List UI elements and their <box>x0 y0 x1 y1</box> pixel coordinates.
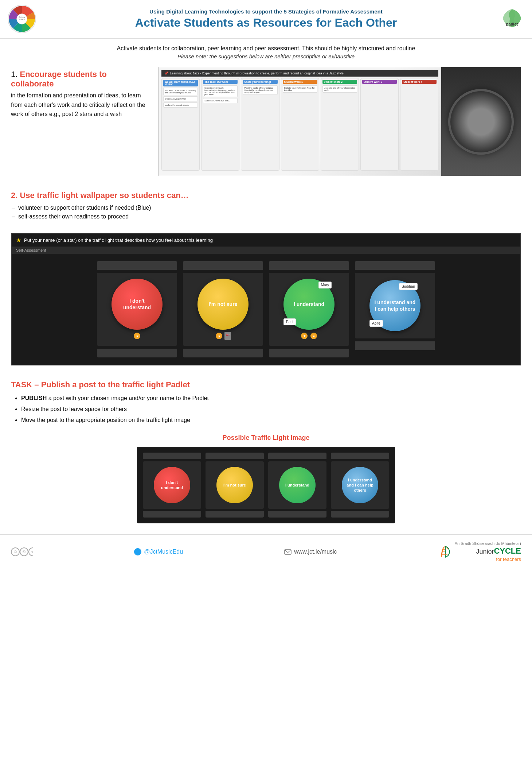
tl-top-tab-green <box>269 261 349 270</box>
jct-junior: Junior <box>476 548 494 555</box>
small-tl-circle-red: I don't understand <box>154 467 190 503</box>
svg-text:nc: nc <box>31 550 33 554</box>
tl-bottom-tab-red <box>97 349 177 357</box>
padlet-card: Listen to one of your classmates work <box>322 85 357 93</box>
section1-highlight: Encourage students to collaborate <box>11 70 107 88</box>
tl-badges-green: ★ ★ <box>300 332 318 340</box>
task-bullet-3: Move the post to the appropriate positio… <box>21 416 521 425</box>
intro-note-text: Please note: the suggestions below are n… <box>11 53 521 59</box>
section2-bullets: volunteer to support other students if n… <box>11 205 521 220</box>
padlet-card: WE ARE LEARNING TO identify and understa… <box>163 88 198 95</box>
padlet-topbar: 📌 Learning about Jazz - Experimenting th… <box>161 70 438 77</box>
tl-note-mary: Mary <box>318 282 332 288</box>
task-bullet-1: PUBLISH a post with your chosen image an… <box>21 394 521 403</box>
section1-number-text: 1. <box>11 70 20 79</box>
small-tl-col-green: I understand <box>268 453 326 518</box>
page-wrapper: Activate Students Using Digital Learning… <box>0 0 532 569</box>
possible-heading: Possible Traffic Light Image <box>222 434 309 442</box>
tl-badges-red: ★ <box>133 332 141 340</box>
traffic-col-blue: Siobhán I understand and I can help othe… <box>355 261 435 357</box>
padlet-card: Success Criteria We can... <box>203 98 238 103</box>
traffic-widget: ★ Put your name (or a star) on the traff… <box>11 233 521 365</box>
padlet-card: explore the use of chords <box>163 102 198 108</box>
small-tl-bottom-green <box>268 511 326 518</box>
star-badge: ★ <box>134 333 140 339</box>
padlet-col1-header: We will learn about JAZZ MUSIC <box>163 80 198 86</box>
small-tl-col-blue: I understand and I can help others <box>331 453 389 518</box>
small-tl-box-red: I don't understand <box>143 461 201 509</box>
task-bullets: PUBLISH a post with your chosen image an… <box>11 394 521 425</box>
traffic-col-yellow: I'm not sure ★ 🚗 <box>183 261 263 357</box>
tl-top-tab-blue <box>355 261 435 270</box>
tl-note-paul: Paul <box>283 318 296 325</box>
svg-text:©: © <box>23 550 26 554</box>
possible-section: Possible Traffic Light Image I don't und… <box>0 430 532 534</box>
small-tl-col-yellow: I'm not sure <box>206 453 264 518</box>
traffic-widget-subheader: Self-Assessment <box>12 247 520 254</box>
tl-note-aoife: Aoife <box>369 320 383 327</box>
small-tl-top-blue <box>331 453 389 459</box>
small-tl-circle-blue: I understand and I can help others <box>342 467 378 503</box>
jct-text-block: An Sraith Shóisearach do Mhúinteoirí Jun… <box>455 541 521 563</box>
cc-icon: © © nc <box>11 547 33 556</box>
svg-text:Students: Students <box>19 19 26 20</box>
svg-text:©: © <box>14 550 17 554</box>
padlet-card: Include your Reflection Note for this id… <box>283 85 317 93</box>
section1-number: 1. Encourage students to collaborate <box>11 70 149 89</box>
tl-bottom-tab-yellow <box>183 349 263 357</box>
tl-box-green: Mary I understand Paul ★ ★ <box>269 273 349 346</box>
small-tl-box-green: I understand <box>268 461 326 509</box>
footer-jct: An Sraith Shóisearach do Mhúinteoirí Jun… <box>438 541 521 563</box>
star-badge: ★ <box>310 333 317 339</box>
footer: © © nc @JctMusicEdu www.jct.ie/music <box>0 534 532 569</box>
drum-image <box>448 89 514 155</box>
small-tl-top-green <box>268 453 326 459</box>
section2-bullet-1: volunteer to support other students if n… <box>18 205 521 211</box>
section2: 2. Use traffic light wallpaper so studen… <box>0 183 532 226</box>
tl-box-blue: Siobhán I understand and I can help othe… <box>355 273 435 338</box>
section1: 1. Encourage students to collaborate in … <box>0 63 532 183</box>
section1-body: in the formation and presentation of ide… <box>11 91 149 119</box>
header-subtitle: Using Digital Learning Technologies to s… <box>42 8 490 15</box>
intro-section: Activate students for collaboration, pee… <box>0 39 532 63</box>
small-tl-circle-yellow: I'm not sure <box>216 467 253 503</box>
padlet-col-2: The Task: Our Goal Experiment through im… <box>201 78 239 171</box>
task-bullet-2: Resize the post to leave space for other… <box>21 405 521 414</box>
jct-prefix: An Sraith Shóisearach do Mhúinteoirí <box>455 541 521 546</box>
header-text-block: Using Digital Learning Technologies to s… <box>42 8 490 30</box>
star-badge: ★ <box>301 333 308 339</box>
padlet-screenshot: 📌 Learning about Jazz - Experimenting th… <box>158 67 521 176</box>
task-bold-1: PUBLISH <box>21 395 47 401</box>
tl-note-yellow: 🚗 <box>224 332 231 340</box>
padlet-col5-header: Student Work 2 <box>322 80 357 84</box>
header: Activate Students Using Digital Learning… <box>0 0 532 39</box>
padlet-col-3: Share your recording! Post the audio of … <box>241 78 279 171</box>
small-tl-circle-green: I understand <box>279 467 316 503</box>
section2-heading: 2. Use traffic light wallpaper so studen… <box>11 191 521 200</box>
padlet-col-1: We will learn about JAZZ MUSIC WE ARE LE… <box>161 78 200 171</box>
jct-harp-icon <box>438 545 453 559</box>
padlet-card: Experiment through improvisation to crea… <box>203 85 238 97</box>
svg-text:Activate: Activate <box>19 16 25 18</box>
tl-top-tab-yellow <box>183 261 263 270</box>
wheel-logo: Activate Students <box>7 4 36 34</box>
jct-forteachers: for teachers <box>455 557 521 563</box>
padlet-col-7: Student Work 4 <box>400 78 438 171</box>
traffic-col-red: I don't understand ★ <box>97 261 177 357</box>
padlet-card: Post the audio of your original idea in … <box>243 85 277 95</box>
jct-cycle: CYCLE <box>494 546 521 555</box>
task-rest-1: a post with your chosen image and/or you… <box>47 395 209 401</box>
padlet-logo: padlet <box>496 7 525 31</box>
small-tl-box-yellow: I'm not sure <box>206 461 264 509</box>
small-tl-bottom-red <box>143 511 201 518</box>
header-title: Activate Students as Resources for Each … <box>42 16 490 30</box>
task-section: TASK – Publish a post to the traffic lig… <box>0 373 532 430</box>
jct-branding: JuniorCYCLE <box>455 546 521 557</box>
padlet-col4-header: Student Work 1 <box>283 80 317 84</box>
drum-photo <box>441 67 521 176</box>
star-badge: ★ <box>216 333 222 339</box>
small-traffic-container: I don't understand I'm not sure I unders… <box>137 447 395 523</box>
traffic-col-green: Mary I understand Paul ★ ★ <box>269 261 349 357</box>
padlet-columns: We will learn about JAZZ MUSIC WE ARE LE… <box>161 78 438 171</box>
padlet-col-5: Student Work 2 Listen to one of your cla… <box>321 78 359 171</box>
